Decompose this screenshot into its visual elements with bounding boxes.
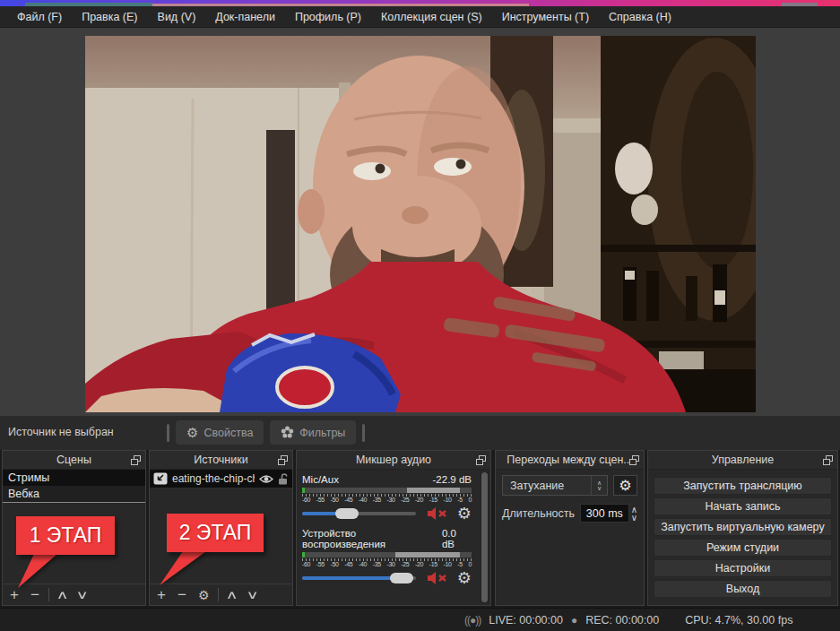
menu-profile[interactable]: Профиль (P)	[285, 6, 371, 28]
tick: -5	[457, 561, 463, 567]
spin-down-icon[interactable]: ∨	[597, 486, 602, 491]
db-scale: -60-55-50-45-40-35-30-25-20-15-10-50	[302, 561, 472, 567]
rec-time: REC: 00:00:00	[585, 614, 659, 627]
scene-item-webcam[interactable]: Вебка	[3, 486, 145, 503]
mixer-scrollbar[interactable]	[481, 472, 489, 602]
spin-down-icon[interactable]: ∨	[631, 514, 637, 522]
source-up-button[interactable]: ∧	[226, 586, 238, 604]
duration-input[interactable]: 300 ms	[580, 504, 629, 523]
tick: -50	[331, 497, 339, 503]
unlock-icon[interactable]	[278, 473, 289, 485]
slider-handle[interactable]	[335, 508, 359, 519]
start-virtual-camera-button[interactable]: Запустить виртуальную камеру	[654, 518, 832, 536]
tick: -30	[387, 497, 395, 503]
volume-slider[interactable]	[302, 576, 416, 580]
toolbar-grip-left	[167, 424, 169, 442]
transitions-header[interactable]: Переходы между сцен...	[496, 451, 644, 470]
tick: -35	[373, 561, 381, 567]
meter-input-segment	[302, 488, 305, 493]
audio-mixer-header[interactable]: Микшер аудио	[297, 451, 490, 470]
source-down-button[interactable]: ∨	[247, 586, 259, 604]
dock-icon[interactable]	[278, 455, 288, 465]
channel-level: -22.9 dB	[433, 474, 472, 485]
callout-step-2: 2 ЭТАП	[167, 514, 264, 552]
studio-mode-button[interactable]: Режим студии	[654, 539, 832, 557]
dock-icon[interactable]	[131, 455, 141, 465]
meter-input-segment	[302, 552, 305, 558]
remove-source-button[interactable]: −	[178, 586, 186, 604]
source-item[interactable]: eating-the-chip-ch	[150, 470, 292, 488]
mute-button[interactable]	[427, 571, 448, 585]
start-streaming-button[interactable]: Запустить трансляцию	[654, 477, 832, 495]
tick: -25	[401, 497, 409, 503]
scrollbar-thumb[interactable]	[481, 472, 488, 602]
callout-step-1: 1 ЭТАП	[16, 516, 115, 555]
properties-button[interactable]: ⚙ Свойства	[176, 420, 264, 445]
duration-spinner[interactable]: ∧ ∨	[631, 506, 637, 522]
channel-settings-gear-icon[interactable]: ⚙	[457, 506, 472, 522]
preview-canvas[interactable]	[0, 28, 840, 416]
transitions-title: Переходы между сцен...	[507, 454, 632, 466]
menu-help[interactable]: Справка (H)	[599, 6, 681, 28]
tick: -20	[415, 497, 423, 503]
select-spinner-icon[interactable]: ∧ ∨	[591, 476, 607, 495]
tick: 0	[468, 497, 472, 503]
tick: 0	[468, 561, 472, 567]
dock-icon[interactable]	[476, 455, 486, 465]
scene-down-button[interactable]: ∨	[76, 586, 89, 604]
menu-edit[interactable]: Правка (E)	[72, 6, 147, 28]
channel-settings-gear-icon[interactable]: ⚙	[457, 570, 472, 586]
status-bar: ((●)) LIVE: 00:00:00 ● REC: 00:00:00 CPU…	[0, 608, 840, 631]
tick: -10	[444, 497, 452, 503]
sources-title: Источники	[194, 454, 247, 466]
menu-view[interactable]: Вид (V)	[148, 6, 206, 28]
tick: -40	[359, 561, 367, 567]
tick: -15	[429, 561, 437, 567]
channel-name: Mic/Aux	[302, 474, 339, 485]
webcam-frame-illustration	[85, 36, 756, 412]
mute-button[interactable]	[427, 506, 448, 521]
scene-item-streams[interactable]: Стримы	[3, 470, 145, 486]
channel-name: Устройство воспроизведения	[302, 528, 442, 549]
slider-fill	[302, 576, 403, 580]
menu-tools[interactable]: Инструменты (T)	[492, 6, 599, 28]
video-preview[interactable]	[85, 36, 756, 412]
transition-settings-button[interactable]: ⚙	[613, 475, 637, 496]
tick: -45	[344, 497, 352, 503]
mixer-channel-desktop: Устройство воспроизведения 0.0 dB -60-55…	[302, 528, 472, 586]
controls-header[interactable]: Управление	[648, 451, 837, 470]
filters-icon	[281, 426, 294, 439]
tick: -30	[387, 561, 395, 567]
source-item-label: eating-the-chip-ch	[172, 472, 255, 485]
gear-icon: ⚙	[619, 477, 631, 494]
gear-icon: ⚙	[186, 425, 198, 441]
tick: -50	[331, 561, 339, 567]
scenes-header[interactable]: Сцены	[3, 451, 145, 470]
dock-icon[interactable]	[629, 455, 639, 465]
transition-select[interactable]: Затухание ∧ ∨	[502, 475, 608, 496]
audio-mixer-panel: Микшер аудио Mic/Aux -22.9 dB -60-55-50-…	[296, 450, 491, 606]
db-scale: -60-55-50-45-40-35-30-25-20-15-10-50	[302, 497, 472, 503]
toolbar-grip-right	[362, 424, 365, 442]
source-properties-gear-icon[interactable]: ⚙	[198, 588, 210, 602]
menu-docks[interactable]: Док-панели	[205, 6, 285, 28]
menu-file[interactable]: Файл (F)	[7, 6, 72, 28]
visibility-eye-icon[interactable]	[259, 474, 273, 484]
toolbar-separator	[218, 588, 219, 601]
filters-button[interactable]: Фильтры	[270, 420, 356, 445]
add-source-button[interactable]: +	[157, 586, 166, 604]
properties-button-label: Свойства	[204, 427, 253, 439]
live-time: LIVE: 00:00:00	[489, 614, 563, 627]
settings-button[interactable]: Настройки	[654, 559, 832, 577]
record-dot-icon: ●	[571, 614, 577, 627]
menu-scene-collection[interactable]: Коллекция сцен (S)	[371, 6, 492, 28]
toolbar-separator	[48, 588, 49, 601]
volume-meter	[302, 552, 472, 558]
volume-slider[interactable]	[302, 512, 416, 515]
dock-icon[interactable]	[823, 455, 833, 465]
slider-handle[interactable]	[390, 573, 413, 583]
tick: -35	[373, 497, 381, 503]
sources-header[interactable]: Источники	[150, 451, 292, 470]
exit-button[interactable]: Выход	[654, 580, 832, 598]
start-recording-button[interactable]: Начать запись	[654, 497, 832, 515]
